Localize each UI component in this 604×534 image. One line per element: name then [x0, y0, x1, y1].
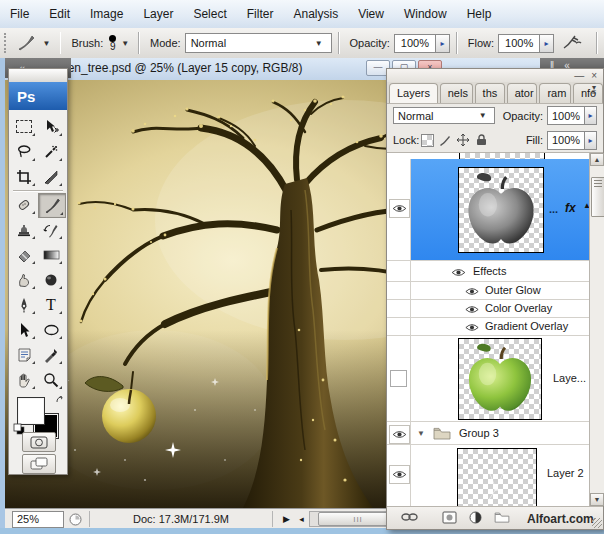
fill-arrow[interactable]: ▸: [584, 132, 596, 149]
panel-menu-icon[interactable]: ▾≡: [586, 85, 602, 101]
opacity-slider-arrow[interactable]: ▸: [435, 35, 449, 52]
layer-name[interactable]: Layer 2: [547, 467, 584, 479]
panel-close-button[interactable]: ×: [591, 70, 597, 81]
fx-badge[interactable]: fx: [565, 201, 576, 215]
quick-selection-tool[interactable]: [38, 140, 64, 163]
panel-minimize-button[interactable]: —: [574, 70, 584, 81]
menu-analysis[interactable]: Analysis: [283, 1, 348, 27]
clone-stamp-tool[interactable]: [11, 218, 37, 241]
type-tool[interactable]: T: [38, 293, 64, 316]
menu-layer[interactable]: Layer: [133, 1, 183, 27]
lock-position-icon[interactable]: [456, 133, 470, 147]
status-menu-arrow[interactable]: ▶: [279, 512, 294, 527]
zoom-tool[interactable]: [38, 368, 64, 391]
menu-file[interactable]: File: [0, 1, 39, 27]
layer-name[interactable]: Laye...: [553, 372, 586, 384]
menu-window[interactable]: Window: [394, 1, 457, 27]
effect-row-outer-glow[interactable]: Outer Glow: [387, 282, 603, 300]
path-selection-tool[interactable]: [11, 318, 37, 341]
layers-opacity-field[interactable]: 100% ▸: [547, 106, 597, 125]
menu-image[interactable]: Image: [80, 1, 133, 27]
fill-field[interactable]: 100% ▸: [547, 131, 597, 150]
smudge-tool[interactable]: [11, 268, 37, 291]
preset-dropdown-arrow[interactable]: ▼: [43, 39, 51, 48]
lock-pixels-icon[interactable]: [438, 133, 452, 147]
eraser-tool[interactable]: [11, 243, 37, 266]
menu-edit[interactable]: Edit: [39, 1, 80, 27]
layers-scrollbar[interactable]: ▲ ▼: [589, 153, 604, 506]
scroll-left-arrow[interactable]: ◂: [294, 512, 309, 527]
tab-layers[interactable]: Layers ×: [389, 83, 438, 103]
panel-resize-grip[interactable]: [592, 518, 602, 528]
move-tool[interactable]: [38, 115, 64, 138]
visibility-toggle[interactable]: [389, 465, 410, 484]
blend-mode-select[interactable]: Normal ▼: [393, 107, 495, 124]
group-expand-arrow[interactable]: ▼: [417, 429, 425, 438]
tab-close-icon[interactable]: ×: [437, 87, 438, 99]
opacity-field[interactable]: 100% ▸: [394, 34, 450, 53]
shape-tool[interactable]: [38, 318, 64, 341]
flow-field[interactable]: 100% ▸: [498, 34, 554, 53]
layers-panel-titlebar[interactable]: — ×: [387, 69, 603, 82]
notes-tool[interactable]: [11, 343, 37, 366]
gradient-tool[interactable]: [38, 243, 64, 266]
layer-thumbnail-gray-apple[interactable]: [458, 167, 544, 253]
brush-tool-preset-icon[interactable]: [17, 33, 37, 53]
link-layers-icon[interactable]: [401, 512, 418, 524]
lock-all-icon[interactable]: [474, 133, 488, 147]
layer-row-green-apple[interactable]: Laye...: [387, 336, 603, 422]
burn-tool[interactable]: [38, 268, 64, 291]
layer-name-truncated[interactable]: ...: [549, 203, 558, 215]
layer-thumbnail-sparkles[interactable]: [457, 448, 537, 506]
brush-preview[interactable]: 9: [109, 35, 116, 51]
menu-help[interactable]: Help: [457, 1, 502, 27]
mode-select[interactable]: Normal ▼: [185, 33, 332, 53]
pen-tool[interactable]: [11, 293, 37, 316]
tab-histogram[interactable]: ram: [539, 83, 570, 103]
new-group-icon[interactable]: [494, 511, 510, 525]
layer-thumbnail-green-apple[interactable]: [458, 338, 542, 420]
lock-transparency-icon[interactable]: [421, 134, 434, 147]
menu-filter[interactable]: Filter: [237, 1, 284, 27]
effect-row-color-overlay[interactable]: Color Overlay: [387, 300, 603, 318]
lasso-tool[interactable]: [11, 140, 37, 163]
foreground-color-swatch[interactable]: [17, 397, 45, 425]
effect-row-gradient-overlay[interactable]: Gradient Overlay: [387, 318, 603, 336]
tools-panel-grip[interactable]: [9, 69, 67, 83]
effect-visibility-toggle[interactable]: [465, 322, 479, 334]
rect-marquee-tool[interactable]: [11, 115, 37, 138]
effects-header-row[interactable]: Effects: [387, 261, 603, 282]
crop-tool[interactable]: [11, 165, 37, 188]
healing-brush-tool[interactable]: [11, 193, 37, 216]
group-name[interactable]: Group 3: [459, 427, 499, 439]
layer-row-group3[interactable]: ▼ Group 3: [387, 422, 603, 445]
visibility-toggle[interactable]: [389, 425, 410, 444]
brush-tool[interactable]: [38, 193, 66, 218]
scrollbar-thumb[interactable]: [591, 177, 604, 217]
swap-colors-icon[interactable]: [55, 395, 66, 408]
flow-slider-arrow[interactable]: ▸: [539, 35, 553, 52]
quick-mask-button[interactable]: [22, 432, 56, 452]
layer-row-selected[interactable]: ... fx ▲: [387, 159, 603, 261]
layers-opacity-arrow[interactable]: ▸: [584, 107, 596, 124]
visibility-toggle-empty[interactable]: [390, 370, 407, 387]
add-layer-mask-icon[interactable]: [442, 511, 457, 526]
tab-paths[interactable]: ths: [475, 83, 505, 103]
eyedropper-tool[interactable]: [38, 343, 64, 366]
timer-icon[interactable]: [68, 512, 83, 527]
tab-navigator[interactable]: ator: [507, 83, 538, 103]
slice-tool[interactable]: [38, 165, 64, 188]
scroll-down-button[interactable]: ▼: [590, 493, 604, 506]
scroll-up-button[interactable]: ▲: [590, 153, 604, 166]
effects-visibility-toggle[interactable]: [451, 267, 466, 279]
brush-dropdown-arrow[interactable]: ▼: [121, 39, 129, 48]
menu-select[interactable]: Select: [183, 1, 236, 27]
menu-view[interactable]: View: [348, 1, 394, 27]
visibility-toggle[interactable]: [389, 199, 410, 218]
hand-tool[interactable]: [11, 368, 37, 391]
airbrush-icon[interactable]: [562, 34, 582, 52]
adjustment-layer-icon[interactable]: [469, 511, 482, 526]
history-brush-tool[interactable]: [38, 218, 64, 241]
screen-mode-button[interactable]: [22, 454, 56, 474]
zoom-level-field[interactable]: 25%: [12, 511, 64, 528]
